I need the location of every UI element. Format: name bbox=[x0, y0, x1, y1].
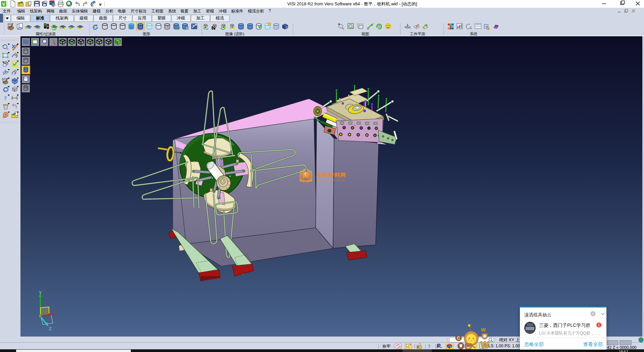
svg-text:Z: Z bbox=[49, 326, 52, 331]
svg-text:W: W bbox=[481, 340, 489, 350]
svg-text:X: X bbox=[53, 312, 56, 317]
svg-text:智造资料网: 智造资料网 bbox=[317, 172, 346, 178]
svg-text:Y: Y bbox=[39, 290, 42, 295]
svg-text:?: ? bbox=[4, 95, 7, 101]
svg-text:?: ? bbox=[428, 344, 431, 349]
svg-text:V: V bbox=[2, 2, 5, 7]
svg-text:C: C bbox=[457, 336, 460, 341]
svg-text:INTELLIGENT MANUFACTURING DATA: INTELLIGENT MANUFACTURING DATA bbox=[318, 179, 345, 181]
svg-text:W: W bbox=[481, 327, 486, 333]
